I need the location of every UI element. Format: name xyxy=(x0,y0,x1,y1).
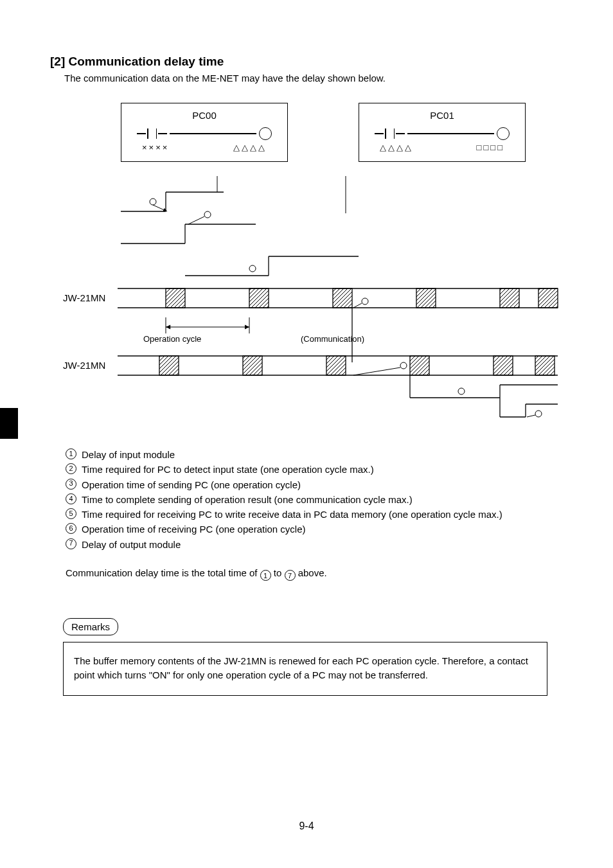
svg-line-6 xyxy=(153,205,167,211)
ladder-pc01-right-sym: □□□□ xyxy=(477,143,504,152)
delay-item-5: 5 Time required for receiving PC to writ… xyxy=(66,507,574,522)
ladder-pc00-left-sym: ×××× xyxy=(142,143,169,152)
page-content: [2] Communication delay time The communi… xyxy=(0,0,613,696)
svg-rect-18 xyxy=(166,288,185,308)
delay-list: 1 Delay of input module 2 Time required … xyxy=(66,447,574,552)
timing-row2-label: JW-21MN xyxy=(63,360,105,371)
svg-point-49 xyxy=(535,411,542,417)
circled-number-icon: 2 xyxy=(66,463,76,474)
section-number: [2] xyxy=(50,55,65,68)
ladder-pc00-rung xyxy=(121,127,287,140)
coil-icon xyxy=(259,127,272,140)
circled-number-icon: 6 xyxy=(66,523,76,534)
delay-text: Time to complete sending of operation re… xyxy=(82,492,413,507)
delay-text: Operation time of receiving PC (one oper… xyxy=(82,522,306,536)
ladder-row: PC00 ×××× △△△△ PC01 xyxy=(121,103,574,162)
summary-line: Communication delay time is the total ti… xyxy=(66,567,574,581)
circled-number-icon: 3 xyxy=(66,479,76,490)
delay-text: Time required for PC to detect input sta… xyxy=(82,462,374,477)
section-title: Communication delay time xyxy=(69,55,224,68)
communication-label: (Communication) xyxy=(301,334,364,344)
circled-number-icon: 4 xyxy=(66,493,76,504)
ladder-pc00-title: PC00 xyxy=(121,110,287,121)
ladder-pc01: PC01 △△△△ □□□□ xyxy=(359,103,526,162)
svg-point-24 xyxy=(362,298,368,305)
svg-rect-33 xyxy=(243,356,262,375)
svg-line-39 xyxy=(353,368,400,375)
svg-point-10 xyxy=(204,211,211,218)
remarks-label: Remarks xyxy=(63,618,118,635)
svg-point-44 xyxy=(458,388,465,394)
delay-item-3: 3 Operation time of sending PC (one oper… xyxy=(66,477,574,492)
svg-rect-37 xyxy=(535,356,555,375)
contact-icon xyxy=(375,128,405,139)
delay-item-1: 1 Delay of input module xyxy=(66,447,574,462)
circled-number-icon: 1 xyxy=(260,570,271,581)
remarks-text: The buffer memory contents of the JW-21M… xyxy=(74,655,528,680)
delay-text: Time required for receiving PC to write … xyxy=(82,507,502,522)
section-intro: The communication data on the ME-NET may… xyxy=(64,73,574,84)
timing-row1 xyxy=(118,288,558,308)
svg-rect-20 xyxy=(333,288,352,308)
circled-number-icon: 5 xyxy=(66,508,76,519)
delay-text: Delay of input module xyxy=(82,447,175,462)
ladder-pc00-right-sym: △△△△ xyxy=(233,143,267,152)
svg-rect-23 xyxy=(538,288,558,308)
delay-item-7: 7 Delay of output module xyxy=(66,537,574,552)
svg-rect-32 xyxy=(159,356,179,375)
circled-number-icon: 1 xyxy=(66,448,76,459)
timing-row2 xyxy=(118,356,558,375)
delay-item-2: 2 Time required for PC to detect input s… xyxy=(66,462,574,477)
timing-chart: JW-21MN Ope xyxy=(63,176,574,423)
circled-number-icon: 7 xyxy=(285,570,296,581)
svg-point-5 xyxy=(150,199,156,205)
remarks-box: The buffer memory contents of the JW-21M… xyxy=(63,642,547,696)
svg-line-50 xyxy=(527,415,535,417)
contact-icon xyxy=(137,128,167,139)
svg-rect-21 xyxy=(416,288,436,308)
svg-line-11 xyxy=(188,217,204,224)
svg-rect-34 xyxy=(326,356,346,375)
diagram: PC00 ×××× △△△△ PC01 xyxy=(63,103,574,423)
delay-text: Operation time of sending PC (one operat… xyxy=(82,477,301,492)
svg-rect-36 xyxy=(493,356,513,375)
svg-point-15 xyxy=(249,265,256,272)
svg-rect-35 xyxy=(410,356,429,375)
circled-number-icon: 7 xyxy=(66,538,76,549)
ladder-pc01-rung xyxy=(359,127,525,140)
delay-item-6: 6 Operation time of receiving PC (one op… xyxy=(66,522,574,536)
svg-point-38 xyxy=(400,362,407,369)
coil-icon xyxy=(497,127,510,140)
svg-line-25 xyxy=(353,303,362,308)
delay-item-4: 4 Time to complete sending of operation … xyxy=(66,492,574,507)
svg-rect-19 xyxy=(249,288,269,308)
summary-mid: to xyxy=(274,567,285,578)
ladder-pc01-title: PC01 xyxy=(359,110,525,121)
page-number: 9-4 xyxy=(0,820,613,832)
delay-text: Delay of output module xyxy=(82,537,181,552)
svg-rect-22 xyxy=(500,288,519,308)
section-heading: [2] Communication delay time xyxy=(50,55,574,69)
summary-suffix: above. xyxy=(298,567,327,578)
ladder-pc01-left-sym: △△△△ xyxy=(380,143,413,152)
summary-prefix: Communication delay time is the total ti… xyxy=(66,567,260,578)
timing-row1-label: JW-21MN xyxy=(63,292,105,303)
ladder-pc00: PC00 ×××× △△△△ xyxy=(121,103,288,162)
section-tab xyxy=(0,408,18,439)
op-cycle-label: Operation cycle xyxy=(143,334,201,344)
